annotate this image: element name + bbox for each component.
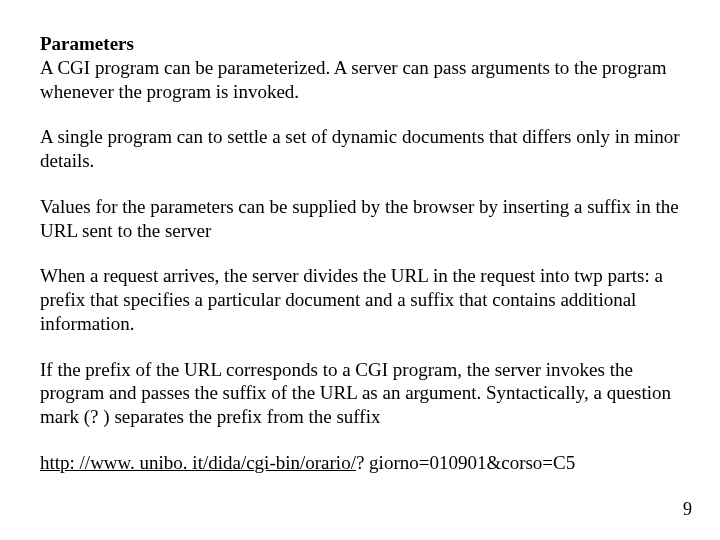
paragraph-5: If the prefix of the URL corresponds to …: [40, 358, 680, 429]
url-query-part: ? giorno=010901&corso=C5: [356, 452, 575, 473]
page-number: 9: [683, 499, 692, 520]
paragraph-2: A single program can to settle a set of …: [40, 125, 680, 173]
intro-block: Parameters A CGI program can be paramete…: [40, 32, 680, 103]
paragraph-1: A CGI program can be parameterized. A se…: [40, 56, 680, 104]
section-heading: Parameters: [40, 32, 680, 56]
slide: Parameters A CGI program can be paramete…: [0, 0, 720, 540]
example-url: http: //www. unibo. it/dida/cgi-bin/orar…: [40, 451, 680, 475]
url-link-part[interactable]: http: //www. unibo. it/dida/cgi-bin/orar…: [40, 452, 356, 473]
paragraph-3: Values for the parameters can be supplie…: [40, 195, 680, 243]
paragraph-4: When a request arrives, the server divid…: [40, 264, 680, 335]
